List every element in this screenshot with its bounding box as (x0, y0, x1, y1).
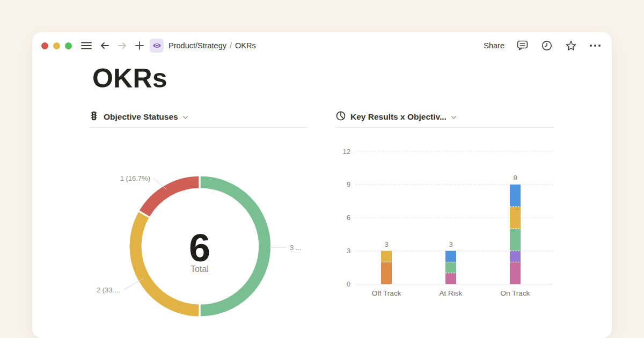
objective-statuses-header[interactable]: Objective Statuses (89, 111, 308, 123)
y-axis-tick-label: 3 (347, 247, 350, 255)
chart-title: Objective Statuses (104, 112, 178, 122)
key-results-section: Key Results x Objectiv... (335, 111, 554, 128)
add-page-icon[interactable] (135, 41, 144, 50)
bar-segment-green[interactable] (510, 229, 521, 251)
sidebar-menu-icon[interactable] (80, 41, 92, 50)
breadcrumb-parent[interactable]: Product/Strategy (169, 41, 226, 50)
bar-segment-pink[interactable] (445, 273, 456, 284)
pie-chart-icon (335, 111, 346, 123)
chart-title: Key Results x Objectiv... (350, 112, 447, 122)
traffic-light-icon (89, 111, 99, 123)
bar-segment-blue[interactable] (445, 251, 456, 262)
chevron-down-icon (182, 112, 188, 122)
bar-total-label: 3 (384, 240, 388, 248)
section-divider (89, 127, 308, 128)
x-axis-category-label: Off Track (372, 289, 401, 297)
chevron-down-icon (451, 112, 457, 122)
y-axis-tick-label: 9 (347, 180, 350, 188)
breadcrumb: Product/Strategy / OKRs (169, 41, 256, 50)
bar-segment-yellow[interactable] (381, 251, 392, 262)
favorite-star-icon[interactable] (565, 40, 577, 52)
key-results-bar-chart: 0369123Off Track3At Risk9On Track (335, 145, 558, 306)
bar-segment-green[interactable] (445, 262, 456, 273)
forward-arrow-icon[interactable] (117, 41, 128, 50)
more-options-icon[interactable] (589, 44, 601, 47)
bar-segment-yellow[interactable] (510, 207, 521, 229)
bar-total-label: 3 (449, 240, 452, 248)
donut-segment-label: 2 (33.... (97, 286, 120, 294)
key-results-header[interactable]: Key Results x Objectiv... (335, 111, 554, 123)
donut-segment-label: 1 (16.7%) (120, 174, 150, 182)
donut-center-label: Total (191, 264, 209, 274)
page-title: OKRs (92, 63, 167, 93)
objective-statuses-donut-chart: 3 ...2 (33....1 (16.7%)6Total (86, 164, 338, 338)
history-clock-icon[interactable] (541, 40, 553, 52)
bar-segment-pink[interactable] (510, 262, 521, 284)
donut-segment-label: 3 ... (290, 244, 302, 252)
bar-segment-purple[interactable] (510, 251, 521, 262)
window-controls (41, 42, 72, 49)
maximize-window-button[interactable] (65, 42, 72, 49)
donut-label-leader (153, 178, 166, 189)
objective-statuses-section: Objective Statuses (89, 111, 308, 128)
bar-segment-orange[interactable] (381, 262, 392, 284)
minimize-window-button[interactable] (53, 42, 60, 49)
donut-center-value: 6 (189, 226, 210, 269)
window-topbar: Product/Strategy / OKRs Share (32, 32, 612, 59)
back-arrow-icon[interactable] (99, 41, 110, 50)
comments-icon[interactable] (516, 40, 529, 52)
bar-segment-blue[interactable] (510, 185, 521, 207)
page-eye-icon[interactable] (150, 39, 164, 53)
close-window-button[interactable] (41, 42, 48, 49)
x-axis-category-label: On Track (501, 289, 530, 297)
donut-segment-2[interactable] (144, 182, 199, 214)
section-divider (335, 127, 554, 128)
x-axis-category-label: At Risk (440, 289, 463, 297)
breadcrumb-separator: / (230, 41, 232, 50)
y-axis-tick-label: 6 (347, 214, 350, 222)
y-axis-tick-label: 0 (347, 280, 350, 288)
y-axis-tick-label: 12 (343, 148, 350, 156)
bar-total-label: 9 (513, 174, 517, 182)
share-button[interactable]: Share (484, 41, 504, 50)
breadcrumb-current[interactable]: OKRs (235, 41, 256, 50)
notion-window: Product/Strategy / OKRs Share (32, 32, 612, 338)
